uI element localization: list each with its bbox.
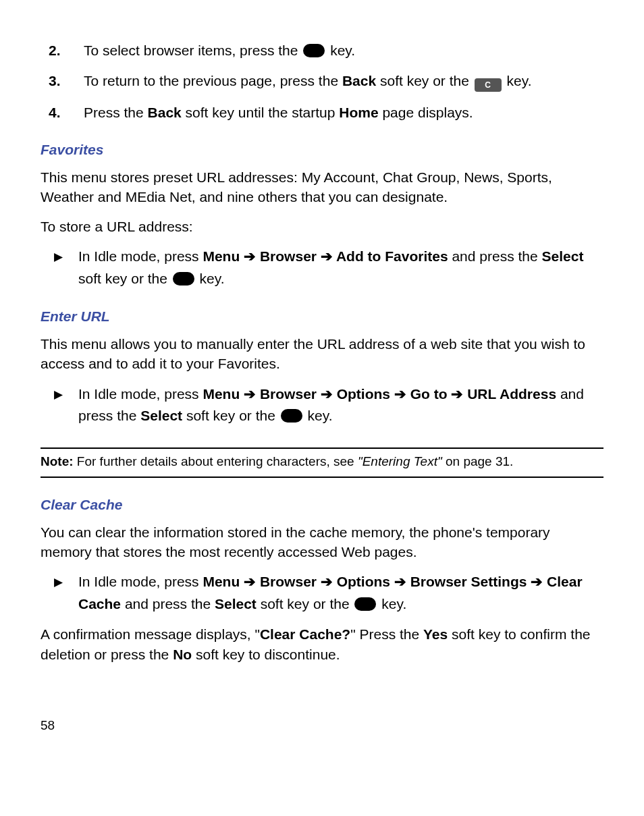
arrow-icon: ➔ [321,248,336,264]
arrow-icon: ➔ [244,574,260,589]
browser-label: Browser [260,386,317,402]
browser-label: Browser [260,574,317,589]
enter-url-bullet: ▶ In Idle mode, press Menu ➔ Browser ➔ O… [54,383,603,427]
arrow-icon: ➔ [451,386,467,402]
arrow-icon: ➔ [394,386,410,402]
text: For further details about entering chara… [77,454,358,468]
clear-cache-p1: You can clear the information stored in … [41,522,603,562]
clear-cache-heading: Clear Cache [41,497,603,513]
step-body: To return to the previous page, press th… [84,71,603,92]
select-label: Select [542,248,584,264]
text: soft key until the startup [186,105,340,120]
bullet-icon: ▶ [54,246,78,290]
enter-url-p1: This menu allows you to manually enter t… [41,334,603,374]
text: soft key or the [186,408,279,423]
text: To select browser items, press the [84,43,302,58]
menu-label: Menu [203,248,240,264]
step-2: 2. To select browser items, press the ke… [41,40,603,60]
bullet-body: In Idle mode, press Menu ➔ Browser ➔ Opt… [78,571,603,615]
text: page displays. [382,105,473,120]
text: A confirmation message displays, " [41,626,260,642]
text: In Idle mode, press [78,248,203,264]
arrow-icon: ➔ [244,248,260,264]
step-num: 4. [41,103,84,122]
divider [41,447,603,449]
clear-cache-bullet: ▶ In Idle mode, press Menu ➔ Browser ➔ O… [54,571,603,615]
clear-cache-p2: A confirmation message displays, "Clear … [41,624,603,664]
text: on page 31. [446,454,513,468]
c-key-icon: C [475,78,502,92]
note-label: Note: [41,454,74,468]
favorites-bullet: ▶ In Idle mode, press Menu ➔ Browser ➔ A… [54,246,603,290]
text: key. [200,271,225,286]
text: key. [381,596,406,611]
text: and press the [452,248,541,264]
url-address-label: URL Address [467,386,556,402]
back-label: Back [342,73,376,88]
ok-key-icon [354,597,376,611]
text: In Idle mode, press [78,386,203,402]
favorites-p1: This menu stores preset URL addresses: M… [41,167,603,207]
text: key. [308,408,333,423]
bullet-icon: ▶ [54,383,78,427]
enter-url-heading: Enter URL [41,308,603,325]
text: soft key or the [380,73,473,88]
arrow-icon: ➔ [394,574,410,589]
back-label: Back [148,105,182,120]
arrow-icon: ➔ [321,574,337,589]
text: soft key or the [78,271,171,286]
options-label: Options [337,574,390,589]
step-4: 4. Press the Back soft key until the sta… [41,103,603,122]
arrow-icon: ➔ [531,574,547,589]
note-reference: "Entering Text" [358,454,442,468]
arrow-icon: ➔ [321,386,337,402]
step-3: 3. To return to the previous page, press… [41,71,603,92]
bullet-icon: ▶ [54,571,78,615]
step-body: To select browser items, press the key. [84,40,603,60]
select-label: Select [215,596,257,611]
clear-cache-prompt: Clear Cache? [260,626,350,642]
no-label: No [173,647,192,662]
add-favorites-label: Add to Favorites [336,248,448,264]
yes-label: Yes [423,626,448,642]
text: In Idle mode, press [78,574,203,589]
menu-label: Menu [203,574,240,589]
select-label: Select [140,408,182,423]
step-num: 3. [41,71,84,92]
step-num: 2. [41,40,84,60]
page-number: 58 [41,718,603,733]
goto-label: Go to [410,386,448,402]
step-body: Press the Back soft key until the startu… [84,103,603,122]
menu-label: Menu [203,386,240,402]
divider [41,477,603,478]
favorites-p2: To store a URL address: [41,217,603,236]
text: To return to the previous page, press th… [84,73,342,88]
bullet-body: In Idle mode, press Menu ➔ Browser ➔ Opt… [78,383,603,427]
text: soft key to discontinue. [192,647,340,662]
text: key. [330,43,355,58]
ok-key-icon [173,272,194,285]
text: soft key or the [261,596,354,611]
browser-settings-label: Browser Settings [410,574,527,589]
note: Note: For further details about entering… [41,453,603,471]
favorites-heading: Favorites [41,142,603,158]
home-label: Home [339,105,378,120]
ok-key-icon [281,409,302,423]
options-label: Options [337,386,390,402]
bullet-body: In Idle mode, press Menu ➔ Browser ➔ Add… [78,246,603,290]
text: and press the [125,596,215,611]
text: key. [507,73,532,88]
browser-label: Browser [260,248,317,264]
arrow-icon: ➔ [244,386,260,402]
text: Press the [84,105,148,120]
text: " Press the [350,626,423,642]
ok-key-icon [303,44,325,57]
